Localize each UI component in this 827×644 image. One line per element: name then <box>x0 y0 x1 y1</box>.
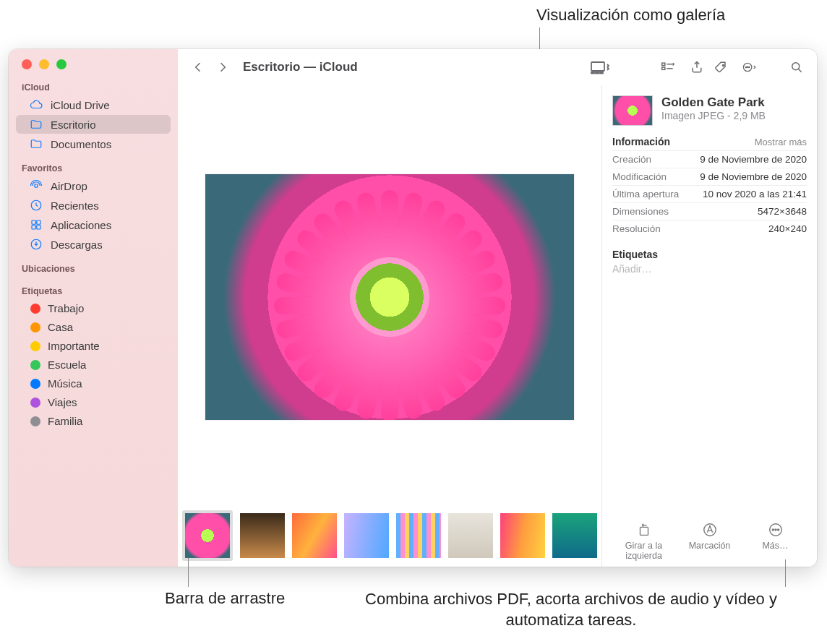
forward-button[interactable] <box>213 58 233 77</box>
sidebar-header-favorites: Favoritos <box>9 160 178 176</box>
minimize-button[interactable] <box>39 59 49 69</box>
svg-rect-2 <box>32 220 35 224</box>
sidebar-item-descargas[interactable]: Descargas <box>16 235 171 254</box>
thumbnail[interactable] <box>500 513 545 558</box>
info-row: Resolución240×240 <box>612 220 807 237</box>
sidebar-tag-casa[interactable]: Casa <box>16 318 171 336</box>
markup-icon <box>702 522 718 538</box>
tag-dot-icon <box>30 322 40 332</box>
svg-point-16 <box>747 66 747 67</box>
tag-dot-icon <box>30 341 40 351</box>
folder-icon <box>29 137 43 150</box>
more-actions-button[interactable] <box>736 58 763 77</box>
sidebar-item-label: Descargas <box>51 239 103 251</box>
sidebar-item-label: Música <box>48 377 82 390</box>
svg-point-22 <box>772 529 774 531</box>
sidebar-item-label: AirDrop <box>51 180 87 192</box>
sidebar-item-escritorio[interactable]: Escritorio <box>16 115 171 134</box>
rotate-left-icon <box>636 522 652 538</box>
callout-quick-actions: Combina archivos PDF, acorta archivos de… <box>340 589 802 630</box>
thumbnail-strip[interactable] <box>178 509 601 567</box>
search-button[interactable] <box>787 58 807 77</box>
info-key: Creación <box>612 154 651 165</box>
sidebar-tag-importante[interactable]: Importante <box>16 337 171 355</box>
sidebar-tag-escuela[interactable]: Escuela <box>16 356 171 374</box>
gallery-view-button[interactable] <box>584 58 616 77</box>
inspector-panel: Golden Gate Park Imagen JPEG - 2,9 MB In… <box>601 85 817 567</box>
tag-dot-icon <box>30 398 40 408</box>
svg-rect-7 <box>591 62 604 71</box>
sidebar-item-aplicaciones[interactable]: Aplicaciones <box>16 215 171 234</box>
info-row: Creación9 de Noviembre de 2020 <box>612 150 807 168</box>
svg-point-13 <box>723 65 724 66</box>
sidebar-item-label: Recientes <box>51 199 99 212</box>
sidebar-item-label: Trabajo <box>48 302 84 314</box>
sidebar-header-locations: Ubicaciones <box>9 261 178 276</box>
sidebar-header-icloud: iCloud <box>9 80 178 95</box>
sidebar-tag-trabajo[interactable]: Trabajo <box>16 299 171 317</box>
group-by-button[interactable] <box>654 58 682 77</box>
sidebar-header-tags: Etiquetas <box>9 283 178 299</box>
sidebar-tag-familia[interactable]: Familia <box>16 412 171 430</box>
info-label: Información <box>612 136 670 147</box>
show-more-link[interactable]: Mostrar más <box>755 137 807 147</box>
more-icon <box>768 522 784 538</box>
sidebar-item-recientes[interactable]: Recientes <box>16 196 171 215</box>
finder-window: iCloud iCloud Drive Escritorio Documento… <box>9 49 817 567</box>
sidebar-tag-música[interactable]: Música <box>16 374 171 392</box>
tag-dot-icon <box>30 304 40 314</box>
folder-icon <box>29 118 43 131</box>
thumbnail[interactable] <box>240 513 285 558</box>
sidebar-item-label: Casa <box>48 321 73 333</box>
more-action[interactable]: Más… <box>744 522 807 561</box>
markup-action[interactable]: Marcación <box>678 522 741 561</box>
svg-rect-4 <box>32 226 35 229</box>
svg-point-15 <box>745 66 746 67</box>
sidebar-item-label: iCloud Drive <box>51 99 110 111</box>
quick-action-label: Marcación <box>689 541 731 551</box>
sidebar-item-icloud-drive[interactable]: iCloud Drive <box>16 95 171 114</box>
window-title: Escritorio — iCloud <box>243 60 358 74</box>
thumbnail[interactable] <box>344 513 389 558</box>
info-key: Resolución <box>612 223 661 234</box>
close-button[interactable] <box>22 59 32 69</box>
thumbnail[interactable] <box>396 513 441 558</box>
sidebar: iCloud iCloud Drive Escritorio Documento… <box>9 49 178 567</box>
file-subtitle: Imagen JPEG - 2,9 MB <box>661 110 766 121</box>
thumbnail[interactable] <box>448 513 493 558</box>
tags-add-field[interactable]: Añadir… <box>612 263 807 275</box>
sidebar-item-label: Escuela <box>48 359 86 371</box>
sidebar-item-documentos[interactable]: Documentos <box>16 134 171 153</box>
cloud-icon <box>29 98 43 111</box>
inspector-thumbnail <box>612 95 653 126</box>
info-row: Última apertura10 nov 2020 a las 21:41 <box>612 185 807 202</box>
preview-column: // petals drawn after data load below <box>178 85 601 567</box>
sidebar-tag-viajes[interactable]: Viajes <box>16 393 171 411</box>
info-key: Dimensiones <box>612 206 669 217</box>
sidebar-item-label: Escritorio <box>51 119 96 131</box>
svg-rect-3 <box>37 220 40 224</box>
quick-actions: Girar a la izquierda Marcación Más… <box>612 516 807 561</box>
svg-point-17 <box>749 66 750 67</box>
share-button[interactable] <box>687 58 707 77</box>
preview-image[interactable]: // petals drawn after data load below <box>205 174 574 420</box>
rotate-left-action[interactable]: Girar a la izquierda <box>612 522 675 561</box>
file-title: Golden Gate Park <box>661 95 766 110</box>
svg-point-23 <box>774 529 776 531</box>
tags-button[interactable] <box>711 58 732 77</box>
main-area: Escritorio — iCloud // petals dr <box>178 49 817 567</box>
thumbnail[interactable] <box>292 513 337 558</box>
fullscreen-button[interactable] <box>56 59 67 69</box>
info-value: 9 de Noviembre de 2020 <box>700 171 807 182</box>
svg-rect-10 <box>600 72 603 74</box>
info-value: 240×240 <box>768 223 807 234</box>
svg-rect-9 <box>596 72 599 74</box>
thumbnail[interactable] <box>182 510 233 561</box>
thumbnail[interactable] <box>552 513 597 558</box>
inspector-header: Golden Gate Park Imagen JPEG - 2,9 MB <box>612 95 807 126</box>
callout-scrub-bar: Barra de arrastre <box>165 589 285 608</box>
airdrop-icon <box>29 179 43 192</box>
sidebar-item-label: Aplicaciones <box>51 219 111 231</box>
back-button[interactable] <box>188 58 208 77</box>
sidebar-item-airdrop[interactable]: AirDrop <box>16 176 171 195</box>
